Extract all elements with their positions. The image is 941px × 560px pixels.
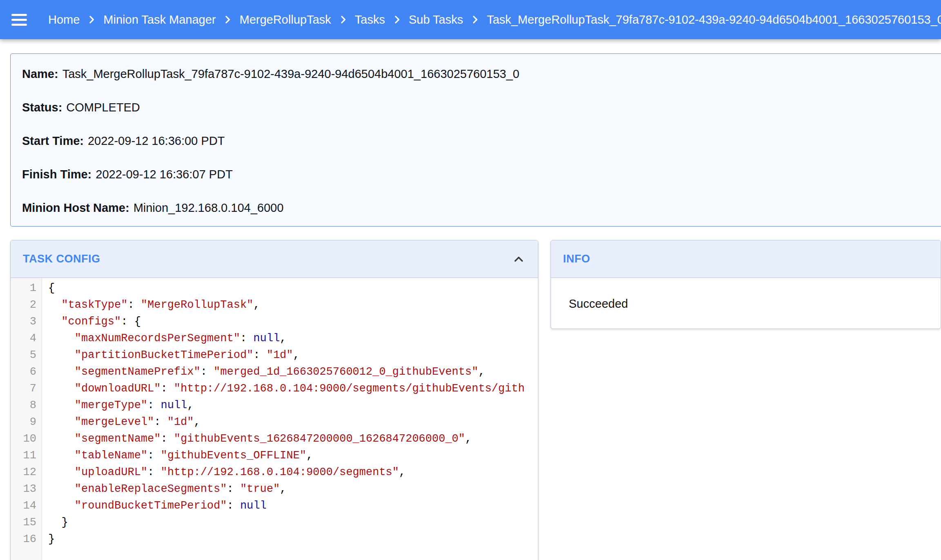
code-line: } bbox=[48, 531, 538, 548]
summary-value: 2022-09-12 16:36:07 PDT bbox=[96, 168, 232, 181]
line-number: 3 bbox=[11, 313, 36, 330]
task-summary-card: Name:Task_MergeRollupTask_79fa787c-9102-… bbox=[10, 53, 941, 227]
summary-value: COMPLETED bbox=[66, 101, 140, 114]
line-number: 8 bbox=[11, 397, 36, 414]
code-line: "enableReplaceSegments": "true", bbox=[48, 481, 538, 498]
code-line: "mergeLevel": "1d", bbox=[48, 414, 538, 431]
summary-label: Minion Host Name: bbox=[22, 201, 129, 214]
line-number: 11 bbox=[11, 447, 36, 464]
line-number: 16 bbox=[11, 531, 36, 548]
summary-label: Status: bbox=[22, 101, 62, 114]
line-number: 9 bbox=[11, 414, 36, 431]
breadcrumb: HomeMinion Task ManagerMergeRollupTaskTa… bbox=[47, 13, 941, 27]
line-number: 15 bbox=[11, 514, 36, 531]
summary-row: Name:Task_MergeRollupTask_79fa787c-9102-… bbox=[22, 67, 938, 81]
chevron-right-icon bbox=[86, 14, 97, 25]
line-number: 13 bbox=[11, 481, 36, 498]
code-line: "configs": { bbox=[48, 313, 538, 330]
panels-row: TASK CONFIG 12345678910111213141516 { "t… bbox=[10, 240, 941, 560]
line-number: 2 bbox=[11, 297, 36, 313]
line-number-gutter: 12345678910111213141516 bbox=[11, 278, 42, 560]
summary-row: Status:COMPLETED bbox=[22, 100, 938, 114]
summary-value: Minion_192.168.0.104_6000 bbox=[134, 201, 284, 214]
breadcrumb-current: Task_MergeRollupTask_79fa787c-9102-439a-… bbox=[487, 13, 941, 27]
task-config-title: TASK CONFIG bbox=[23, 253, 100, 265]
app-bar: HomeMinion Task ManagerMergeRollupTaskTa… bbox=[0, 0, 941, 39]
task-config-header[interactable]: TASK CONFIG bbox=[11, 240, 538, 278]
code-line: "maxNumRecordsPerSegment": null, bbox=[48, 330, 538, 347]
menu-icon[interactable] bbox=[11, 14, 27, 26]
info-status-text: Succeeded bbox=[569, 297, 628, 311]
code-line: "partitionBucketTimePeriod": "1d", bbox=[48, 347, 538, 364]
code-line: "roundBucketTimePeriod": null bbox=[48, 498, 538, 514]
line-number: 14 bbox=[11, 498, 36, 514]
summary-row: Minion Host Name:Minion_192.168.0.104_60… bbox=[22, 201, 938, 215]
code-line: "uploadURL": "http://192.168.0.104:9000/… bbox=[48, 464, 538, 481]
task-config-panel: TASK CONFIG 12345678910111213141516 { "t… bbox=[10, 240, 538, 560]
summary-row: Finish Time:2022-09-12 16:36:07 PDT bbox=[22, 167, 938, 181]
code-line: "segmentName": "githubEvents_16268472000… bbox=[48, 431, 538, 447]
chevron-right-icon bbox=[392, 14, 402, 25]
line-number: 10 bbox=[11, 431, 36, 447]
code-line: "segmentNamePrefix": "merged_1d_16630257… bbox=[48, 364, 538, 380]
code-line: } bbox=[48, 514, 538, 531]
code-line: { bbox=[48, 280, 538, 297]
code-line: "mergeType": null, bbox=[48, 397, 538, 414]
line-number: 4 bbox=[11, 330, 36, 347]
summary-label: Start Time: bbox=[22, 134, 84, 147]
breadcrumb-link[interactable]: MergeRollupTask bbox=[239, 13, 331, 27]
breadcrumb-link[interactable]: Home bbox=[48, 13, 80, 27]
line-number: 6 bbox=[11, 364, 36, 380]
chevron-right-icon bbox=[222, 14, 233, 25]
line-number: 7 bbox=[11, 380, 36, 397]
info-body: Succeeded bbox=[551, 278, 941, 329]
chevron-right-icon bbox=[338, 14, 348, 25]
summary-label: Finish Time: bbox=[22, 168, 91, 181]
code-line: "taskType": "MergeRollupTask", bbox=[48, 297, 538, 313]
line-number: 1 bbox=[11, 280, 36, 297]
info-title: INFO bbox=[563, 253, 591, 265]
chevron-up-icon[interactable] bbox=[512, 252, 526, 266]
summary-label: Name: bbox=[22, 67, 58, 80]
summary-value: 2022-09-12 16:36:00 PDT bbox=[88, 134, 225, 147]
info-header: INFO bbox=[551, 240, 941, 278]
task-config-json-editor[interactable]: 12345678910111213141516 { "taskType": "M… bbox=[11, 278, 538, 560]
summary-value: Task_MergeRollupTask_79fa787c-9102-439a-… bbox=[62, 67, 520, 80]
chevron-right-icon bbox=[470, 14, 480, 25]
code-line: "tableName": "githubEvents_OFFLINE", bbox=[48, 447, 538, 464]
line-number: 12 bbox=[11, 464, 36, 481]
code-line: "downloadURL": "http://192.168.0.104:900… bbox=[48, 380, 538, 397]
breadcrumb-link[interactable]: Sub Tasks bbox=[409, 13, 463, 27]
code-content: { "taskType": "MergeRollupTask", "config… bbox=[42, 278, 538, 560]
summary-row: Start Time:2022-09-12 16:36:00 PDT bbox=[22, 134, 938, 148]
line-number: 5 bbox=[11, 347, 36, 364]
breadcrumb-link[interactable]: Minion Task Manager bbox=[103, 13, 216, 27]
breadcrumb-link[interactable]: Tasks bbox=[355, 13, 385, 27]
info-panel: INFO Succeeded bbox=[551, 240, 941, 329]
